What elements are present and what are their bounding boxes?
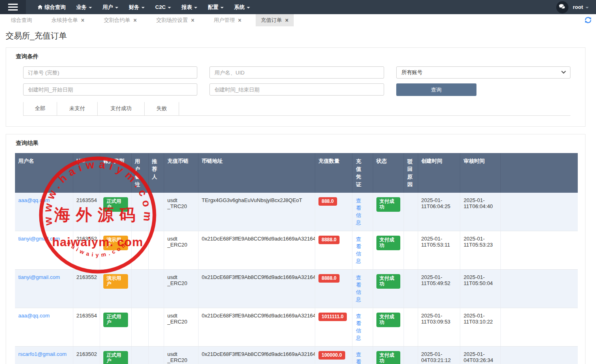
messages-button[interactable] bbox=[556, 1, 568, 13]
cell-reject-reason bbox=[404, 347, 418, 364]
table-body: aaa@qq.com2163554正式用户usdt _TRC20TErgx4GG… bbox=[15, 193, 578, 364]
window-tab[interactable]: 充值订单× bbox=[256, 14, 294, 26]
nav-menu-item[interactable]: 综合查询 bbox=[32, 0, 71, 14]
home-icon bbox=[38, 5, 43, 9]
status-filter-tab[interactable]: 失败 bbox=[145, 102, 179, 115]
status-badge: 支付成功 bbox=[376, 351, 401, 364]
nav-menu-label: 业务 bbox=[76, 4, 87, 11]
cell-username: aaa@qq.com bbox=[15, 308, 73, 347]
nav-menu-label: 财务 bbox=[129, 4, 139, 11]
nav-menu-item[interactable]: 系统 bbox=[229, 0, 255, 14]
cell-status: 支付成功 bbox=[373, 193, 404, 231]
tab-close-icon[interactable]: × bbox=[81, 17, 84, 23]
window-tab[interactable]: 综合查询 bbox=[6, 14, 37, 26]
start-date-input[interactable] bbox=[23, 83, 197, 96]
table-header-row: 用户名UID账户类型用户备注推荐人充值币链币链地址充值数量充值凭证状态驳回原因创… bbox=[15, 153, 578, 193]
column-header bbox=[501, 153, 578, 193]
cell-voucher: 查看信息 bbox=[352, 231, 373, 270]
view-info-link[interactable]: 查看信息 bbox=[356, 197, 361, 226]
query-conditions-panel: 查询条件 所有账号 查询 全部未支付支付成功失败 bbox=[6, 47, 585, 127]
status-badge: 支付成功 bbox=[376, 274, 401, 289]
account-type-badge: 演示用户 bbox=[103, 236, 128, 250]
nav-menu-item[interactable]: 配置 bbox=[203, 0, 229, 14]
nav-menu-item[interactable]: 业务 bbox=[71, 0, 97, 14]
account-type-select[interactable]: 所有账号 bbox=[396, 66, 570, 79]
cell-empty bbox=[501, 347, 578, 364]
cell-status: 支付成功 bbox=[373, 308, 404, 347]
account-type-badge: 正式用户 bbox=[103, 351, 128, 364]
cell-address: 0x21DcE68F3ffE9Ab8CC9f6d9adc1669aA321645… bbox=[198, 308, 315, 347]
cell-empty bbox=[501, 193, 578, 231]
tab-close-icon[interactable]: × bbox=[238, 17, 241, 23]
cell-account-type: 正式用户 bbox=[100, 347, 131, 364]
refresh-icon bbox=[584, 19, 592, 25]
cell-status: 支付成功 bbox=[373, 231, 404, 270]
cell-created-at: 2025-01-11T05:49:52 bbox=[418, 270, 460, 308]
view-info-link[interactable]: 查看信息 bbox=[356, 274, 361, 303]
amount-badge: 1011111.0 bbox=[318, 313, 347, 321]
amount-badge: 888.0 bbox=[318, 197, 337, 206]
view-info-link[interactable]: 查看信息 bbox=[356, 351, 361, 364]
nav-menu-item[interactable]: 财务 bbox=[124, 0, 150, 14]
tab-close-icon[interactable]: × bbox=[285, 17, 288, 23]
end-date-input[interactable] bbox=[209, 83, 384, 96]
nav-menu-label: 配置 bbox=[208, 4, 218, 11]
cell-created-at: 2025-01-11T05:53:11 bbox=[418, 231, 460, 270]
cell-account-type: 演示用户 bbox=[100, 231, 131, 270]
cell-username: rscarfo1@gmail.com bbox=[15, 347, 73, 364]
column-header: 充值数量 bbox=[315, 153, 352, 193]
status-filter-tab[interactable]: 全部 bbox=[23, 102, 57, 115]
user-link[interactable]: aaa@qq.com bbox=[18, 197, 50, 203]
refresh-button[interactable] bbox=[584, 16, 592, 25]
status-filter-tab[interactable]: 支付成功 bbox=[98, 102, 145, 115]
chevron-down-icon bbox=[115, 7, 118, 9]
user-menu[interactable]: root bbox=[573, 4, 589, 10]
user-link[interactable]: rscarfo1@gmail.com bbox=[18, 351, 66, 357]
user-link[interactable]: tianyi@gmail.com bbox=[18, 274, 60, 280]
nav-menu-item[interactable]: 报表 bbox=[176, 0, 203, 14]
status-badge: 支付成功 bbox=[376, 313, 401, 327]
user-link[interactable]: tianyi@gmail.com bbox=[18, 236, 60, 242]
cell-user-remark bbox=[131, 193, 148, 231]
search-button[interactable]: 查询 bbox=[396, 83, 476, 96]
window-tab-label: 充值订单 bbox=[261, 17, 282, 24]
order-no-input[interactable] bbox=[23, 66, 197, 79]
user-link[interactable]: aaa@qq.com bbox=[18, 313, 50, 319]
user-uid-input[interactable] bbox=[209, 66, 384, 79]
cell-username: aaa@qq.com bbox=[15, 193, 73, 231]
nav-menu-label: 用户 bbox=[103, 4, 113, 11]
cell-user-remark bbox=[131, 231, 148, 270]
cell-uid: 2163554 bbox=[73, 193, 100, 231]
table-row: rscarfo1@gmail.com2163502正式用户usdt _ERC20… bbox=[15, 347, 578, 364]
nav-menu-item[interactable]: 用户 bbox=[97, 0, 124, 14]
column-header: 推荐人 bbox=[148, 153, 164, 193]
cell-audited-at: 2025-01-11T03:10:22 bbox=[460, 308, 501, 347]
window-tab[interactable]: 交割合约单× bbox=[98, 14, 142, 26]
column-header: 充值凭证 bbox=[352, 153, 373, 193]
view-info-link[interactable]: 查看信息 bbox=[356, 236, 361, 265]
view-info-link[interactable]: 查看信息 bbox=[356, 313, 361, 342]
cell-amount: 1011111.0 bbox=[315, 308, 352, 347]
tab-close-icon[interactable]: × bbox=[133, 17, 137, 23]
cell-referrer bbox=[148, 193, 164, 231]
window-tab[interactable]: 永续持仓单× bbox=[46, 14, 90, 26]
chevron-down-icon bbox=[247, 7, 250, 9]
window-tab[interactable]: 用户管理× bbox=[209, 14, 247, 26]
window-tab[interactable]: 交割场控设置× bbox=[151, 14, 199, 26]
status-filter-tab[interactable]: 未支付 bbox=[57, 102, 98, 115]
tab-close-icon[interactable]: × bbox=[191, 17, 194, 23]
nav-menu-label: 报表 bbox=[182, 4, 192, 11]
nav-menu-item[interactable]: C2C bbox=[150, 0, 176, 14]
cell-user-remark bbox=[131, 347, 148, 364]
column-header: 创建时间 bbox=[418, 153, 460, 193]
column-header: 状态 bbox=[373, 153, 404, 193]
cell-status: 支付成功 bbox=[373, 270, 404, 308]
amount-badge: 8888.0 bbox=[318, 274, 340, 283]
window-tab-label: 综合查询 bbox=[11, 17, 32, 24]
cell-referrer bbox=[148, 270, 164, 308]
column-header: 用户备注 bbox=[131, 153, 148, 193]
cell-username: tianyi@gmail.com bbox=[15, 270, 73, 308]
query-panel-title: 查询条件 bbox=[6, 48, 585, 60]
status-filter-tabs: 全部未支付支付成功失败 bbox=[23, 102, 570, 116]
sidebar-toggle-button[interactable] bbox=[0, 0, 26, 14]
